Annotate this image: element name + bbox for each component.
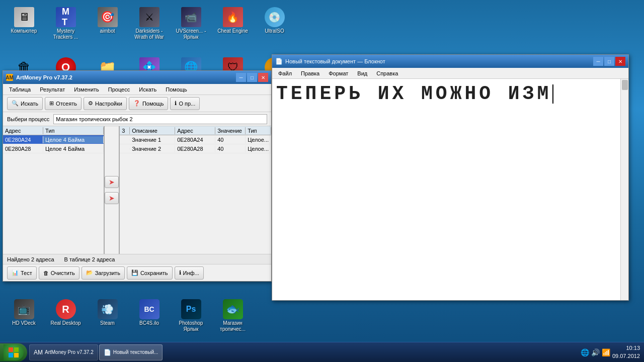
- start-button[interactable]: [0, 343, 27, 361]
- about-button[interactable]: ℹ О пр...: [170, 97, 200, 110]
- artmoney-toolbar: 🔍 Искать ⊞ Отсеять ⚙ Настройки ❓ Помощь …: [3, 95, 271, 112]
- info-icon: ℹ: [179, 269, 181, 276]
- ultraiso-icon: 💿: [265, 7, 285, 27]
- settings-button[interactable]: ⚙ Настройки: [84, 97, 127, 110]
- menu-edit[interactable]: Правка: [297, 69, 324, 77]
- artmoney-minimize-button[interactable]: ─: [236, 73, 246, 82]
- artmoney-window: AM ArtMoney Pro v7.37.2 ─ □ ✕ Таблица Ре…: [3, 70, 272, 282]
- desktop-icon-cheatengine[interactable]: 🔥 Cheat Engine: [214, 5, 252, 36]
- table-row[interactable]: Значение 2 0E280A28 40 Целое...: [120, 144, 271, 153]
- test-button[interactable]: 📊 Тест: [7, 266, 37, 280]
- uvscreen-icon: 📹: [181, 7, 201, 27]
- menu-process[interactable]: Процесс: [104, 85, 134, 94]
- clear-button[interactable]: 🗑 Очистить: [39, 266, 79, 280]
- save-button[interactable]: 💾 Сохранить: [127, 266, 173, 280]
- darksiders-label: Darksiders - Wrath of War: [132, 28, 166, 40]
- artmoney-app-icon: AM: [34, 349, 43, 356]
- desktop-icon-shop[interactable]: 🐟 Магазин тропичес...: [214, 297, 252, 334]
- rrow1-val: 40: [215, 136, 246, 143]
- desktop-icon-ultraiso[interactable]: 💿 UltraISO: [256, 5, 293, 36]
- mystery-label: Mystery Trackers ...: [49, 28, 83, 40]
- taskbar: AM ArtMoney Pro v7.37.2 📄 Новый текстовы…: [0, 342, 644, 362]
- photoshop-label: Photoshop Ярлык: [174, 320, 208, 332]
- notepad-close-button[interactable]: ✕: [615, 57, 625, 66]
- col-type: Тип: [43, 127, 104, 134]
- steam-label: Steam: [100, 320, 115, 326]
- desktop-icon-realdesktop[interactable]: R Real Desktop: [47, 297, 85, 334]
- rrow2-addr: 0E280A28: [175, 145, 215, 152]
- table-row[interactable]: 0E280A24 Целое 4 Байма: [3, 135, 104, 144]
- steam-icon: 💨: [98, 299, 118, 319]
- arrow-right-2[interactable]: ➤: [105, 192, 119, 204]
- tray-icon-ie: 🌐: [581, 348, 589, 356]
- left-panel: Адрес Тип 0E280A24 Целое 4 Байма 0E280A2…: [3, 126, 105, 254]
- taskbar-app-notepad[interactable]: 📄 Новый текстовый...: [99, 344, 163, 360]
- bc4s-icon: BC: [139, 299, 159, 319]
- notepad-titlebar[interactable]: 📄 Новый текстовый документ — Блокнот ─ □…: [272, 55, 628, 68]
- notepad-scrollbar-v[interactable]: [620, 79, 628, 300]
- hdvdeck-icon: 📺: [14, 299, 34, 319]
- artmoney-app-label: ArtMoney Pro v7.37.2: [45, 349, 94, 355]
- info-button[interactable]: ℹ Инф...: [175, 266, 204, 280]
- menu-pomosh[interactable]: Помощь: [162, 85, 191, 94]
- rrow1-num: [120, 139, 130, 140]
- desktop-icon-bc4s[interactable]: BC BC4S.ilo: [130, 297, 168, 334]
- desktop-icon-steam[interactable]: 💨 Steam: [89, 297, 126, 334]
- menu-izmenit[interactable]: Изменить: [70, 85, 103, 94]
- menu-view[interactable]: Вид: [353, 69, 371, 77]
- search-button[interactable]: 🔍 Искать: [7, 97, 43, 110]
- row1-type: Целое 4 Байма: [43, 136, 104, 143]
- notepad-title-text: Новый текстовый документ — Блокнот: [285, 58, 593, 64]
- status-table: В таблице 2 адреса: [64, 256, 115, 262]
- table-row[interactable]: 0E280A28 Целое 4 Байма: [3, 144, 104, 153]
- svg-rect-3: [14, 353, 19, 357]
- desktop-icon-photoshop[interactable]: Ps Photoshop Ярлык: [172, 297, 210, 334]
- taskbar-app-artmoney[interactable]: AM ArtMoney Pro v7.37.2: [29, 344, 98, 360]
- aimbot-label: aimbot: [100, 28, 115, 34]
- notepad-title-icon: 📄: [275, 58, 282, 65]
- process-input[interactable]: [53, 114, 267, 124]
- desktop-icon-darksiders[interactable]: ⚔ Darksiders - Wrath of War: [130, 5, 168, 42]
- help-button[interactable]: ❓ Помощь: [129, 97, 169, 110]
- desktop-icon-uvscreen[interactable]: 📹 UVScreen... - Ярлык: [172, 5, 210, 42]
- right-table-header: 3 Описание Адрес Значение Тип: [120, 126, 271, 135]
- scrollbar-thumb-v: [622, 80, 628, 90]
- filter-button[interactable]: ⊞ Отсеять: [45, 97, 82, 110]
- start-orb: [4, 344, 24, 360]
- desktop-icon-hdvdeck[interactable]: 📺 HD VDeck: [5, 297, 43, 334]
- notepad-text-area[interactable]: теперь их можно изм: [272, 79, 628, 300]
- row1-addr: 0E280A24: [3, 136, 43, 143]
- realdesktop-label: Real Desktop: [50, 320, 80, 326]
- menu-iskat[interactable]: Искать: [135, 85, 160, 94]
- desktop-icon-mystery[interactable]: MT Mystery Trackers ...: [47, 5, 85, 42]
- left-table-rows: 0E280A24 Целое 4 Байма 0E280A28 Целое 4 …: [3, 135, 104, 254]
- menu-file[interactable]: Файл: [274, 69, 296, 77]
- rrow2-desc: Значение 2: [130, 145, 175, 152]
- menu-rezultat[interactable]: Результат: [36, 85, 69, 94]
- load-button[interactable]: 📂 Загрузить: [82, 266, 125, 280]
- menu-tablitsa[interactable]: Таблица: [5, 85, 35, 94]
- uvscreen-label: UVScreen... - Ярлык: [174, 28, 208, 40]
- notepad-app-icon: 📄: [104, 349, 111, 356]
- rcol-val: Значение: [215, 127, 246, 134]
- desktop-icon-computer[interactable]: 🖥 Компьютер: [5, 5, 43, 36]
- menu-format[interactable]: Формат: [325, 69, 352, 77]
- load-icon: 📂: [86, 269, 93, 276]
- left-table-header: Адрес Тип: [3, 126, 104, 135]
- menu-help[interactable]: Справка: [372, 69, 402, 77]
- artmoney-maximize-button[interactable]: □: [247, 73, 257, 82]
- desktop-icon-aimbot[interactable]: 🎯 aimbot: [89, 5, 126, 36]
- notepad-maximize-button[interactable]: □: [604, 57, 614, 66]
- artmoney-close-button[interactable]: ✕: [258, 73, 268, 82]
- process-bar: Выбери процесс: [3, 112, 271, 126]
- notepad-minimize-button[interactable]: ─: [593, 57, 603, 66]
- taskbar-clock[interactable]: 10:13 09.07.2012: [612, 344, 640, 360]
- rrow1-desc: Значение 1: [130, 136, 175, 143]
- notepad-window: 📄 Новый текстовый документ — Блокнот ─ □…: [272, 54, 629, 301]
- search-icon: 🔍: [12, 100, 19, 107]
- arrow-right-1[interactable]: ➤: [105, 176, 119, 188]
- windows-logo-icon: [8, 346, 20, 358]
- table-row[interactable]: Значение 1 0E280A24 40 Целое...: [120, 135, 271, 144]
- artmoney-titlebar[interactable]: AM ArtMoney Pro v7.37.2 ─ □ ✕: [3, 71, 271, 84]
- notepad-menubar: Файл Правка Формат Вид Справка: [272, 68, 628, 79]
